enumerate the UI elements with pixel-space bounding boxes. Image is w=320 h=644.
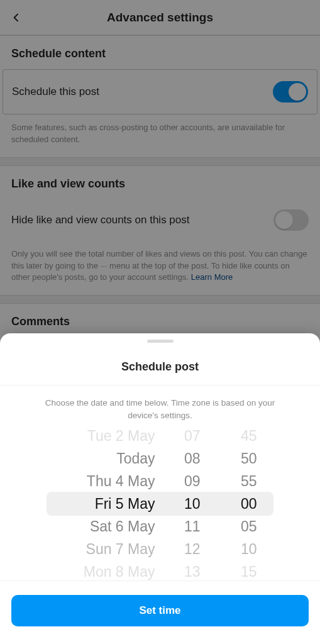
- picker-item: 11: [160, 515, 201, 538]
- sheet-footer: Set time: [0, 580, 320, 644]
- picker-item: 08: [160, 447, 201, 470]
- picker-item: 12: [160, 538, 201, 560]
- picker-item-selected: Fri 5 May: [47, 492, 155, 515]
- picker-item: Sun 7 May: [47, 538, 155, 560]
- picker-column-minute[interactable]: 45 50 55 00 05 10 15: [211, 426, 273, 580]
- picker-item: Today: [47, 447, 155, 470]
- datetime-picker[interactable]: Tue 2 May Today Thu 4 May Fri 5 May Sat …: [0, 426, 320, 580]
- picker-item: 50: [211, 447, 257, 470]
- picker-item-selected: 10: [160, 492, 201, 515]
- picker-item: 09: [160, 470, 201, 492]
- picker-item: 15: [211, 560, 257, 580]
- picker-item: 55: [211, 470, 257, 492]
- picker-item: 45: [211, 426, 257, 447]
- picker-column-hour[interactable]: 07 08 09 10 11 12 13: [160, 426, 211, 580]
- picker-item: Thu 4 May: [47, 470, 155, 492]
- picker-item: Tue 2 May: [47, 426, 155, 447]
- sheet-title: Schedule post: [0, 343, 320, 386]
- set-time-button[interactable]: Set time: [11, 595, 309, 626]
- picker-column-date[interactable]: Tue 2 May Today Thu 4 May Fri 5 May Sat …: [47, 426, 160, 580]
- picker-item: Sat 6 May: [47, 515, 155, 538]
- sheet-subtitle: Choose the date and time below. Time zon…: [0, 386, 320, 426]
- schedule-post-sheet: Schedule post Choose the date and time b…: [0, 333, 320, 644]
- picker-item: 05: [211, 515, 257, 538]
- picker-item: 13: [160, 560, 201, 580]
- picker-item: Mon 8 May: [47, 560, 155, 580]
- picker-item: 07: [160, 426, 201, 447]
- picker-item-selected: 00: [211, 492, 257, 515]
- picker-item: 10: [211, 538, 257, 560]
